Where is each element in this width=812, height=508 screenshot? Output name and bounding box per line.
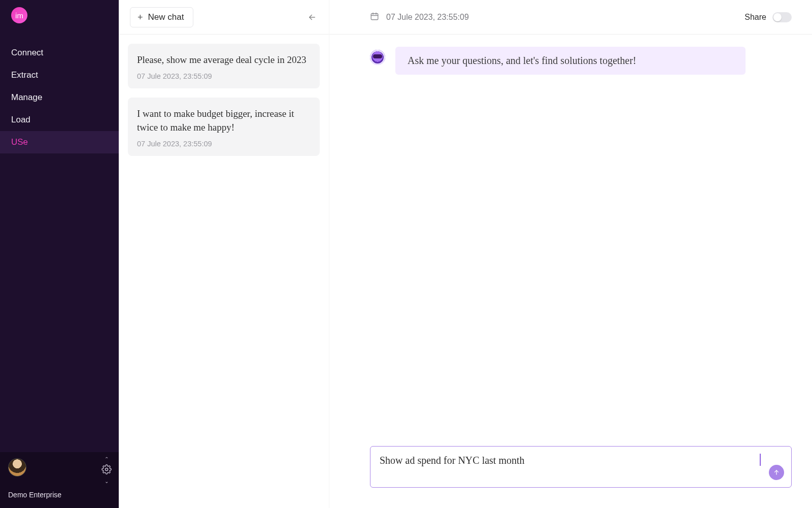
message-composer[interactable]: Show ad spend for NYC last month bbox=[370, 446, 792, 488]
chat-item-title: I want to make budget bigger, increase i… bbox=[137, 107, 311, 135]
chat-item-title: Please, show me average deal cycle in 20… bbox=[137, 53, 311, 67]
chat-list-item[interactable]: I want to make budget bigger, increase i… bbox=[128, 98, 320, 156]
chat-list-panel: + New chat Please, show me average deal … bbox=[119, 0, 329, 508]
sidebar-item-extract[interactable]: Extract bbox=[0, 64, 119, 86]
chat-item-timestamp: 07 Jule 2023, 23:55:09 bbox=[137, 140, 311, 148]
share-toggle[interactable] bbox=[772, 12, 792, 22]
sidebar-item-label: USe bbox=[11, 137, 28, 147]
footer-controls: ⌃ ⌄ bbox=[101, 457, 112, 484]
toggle-knob bbox=[773, 13, 782, 21]
user-avatar[interactable] bbox=[8, 458, 26, 477]
chat-items: Please, show me average deal cycle in 20… bbox=[119, 35, 329, 165]
sidebar-item-load[interactable]: Load bbox=[0, 109, 119, 131]
workspace-name: Demo Enterprise bbox=[8, 491, 61, 499]
chevron-up-icon[interactable]: ⌃ bbox=[105, 457, 109, 461]
bot-avatar-icon bbox=[370, 50, 385, 65]
settings-icon[interactable] bbox=[101, 464, 112, 477]
header-timestamp: 07 Jule 2023, 23:55:09 bbox=[386, 13, 469, 22]
bot-message-bubble: Ask me your questions, and let's find so… bbox=[395, 47, 746, 75]
share-label: Share bbox=[745, 13, 766, 22]
new-chat-button[interactable]: + New chat bbox=[130, 7, 193, 27]
svg-point-0 bbox=[106, 468, 108, 471]
calendar-icon bbox=[370, 12, 379, 23]
composer-input[interactable]: Show ad spend for NYC last month bbox=[380, 455, 755, 466]
header-right: Share bbox=[745, 12, 792, 22]
sidebar-spacer bbox=[0, 153, 119, 452]
app-logo[interactable]: im bbox=[11, 7, 27, 23]
sidebar-item-label: Connect bbox=[11, 48, 43, 57]
logo-text: im bbox=[15, 11, 23, 20]
chevron-down-icon[interactable]: ⌄ bbox=[105, 480, 109, 484]
conversation-header: 07 Jule 2023, 23:55:09 Share bbox=[329, 0, 812, 35]
sidebar-footer: Demo Enterprise ⌃ ⌄ bbox=[0, 452, 119, 508]
composer-area: Show ad spend for NYC last month bbox=[329, 446, 812, 508]
sidebar-item-manage[interactable]: Manage bbox=[0, 86, 119, 109]
header-left: 07 Jule 2023, 23:55:09 bbox=[370, 12, 469, 23]
chat-item-timestamp: 07 Jule 2023, 23:55:09 bbox=[137, 72, 311, 80]
collapse-panel-button[interactable] bbox=[307, 12, 318, 23]
bot-message-text: Ask me your questions, and let's find so… bbox=[408, 55, 636, 66]
conversation-body: Ask me your questions, and let's find so… bbox=[329, 35, 812, 446]
svg-rect-1 bbox=[371, 13, 378, 19]
sidebar-item-label: Extract bbox=[11, 70, 38, 80]
new-chat-label: New chat bbox=[148, 12, 184, 22]
bot-message-row: Ask me your questions, and let's find so… bbox=[370, 47, 771, 75]
text-caret bbox=[760, 454, 761, 466]
sidebar-item-use[interactable]: USe bbox=[0, 131, 119, 153]
plus-icon: + bbox=[138, 13, 143, 22]
sidebar: im Connect Extract Manage Load USe Demo … bbox=[0, 0, 119, 508]
conversation-panel: 07 Jule 2023, 23:55:09 Share Ask me your… bbox=[329, 0, 812, 508]
chat-list-header: + New chat bbox=[119, 0, 329, 35]
sidebar-nav: Connect Extract Manage Load USe bbox=[0, 28, 119, 153]
logo-container: im bbox=[0, 0, 119, 28]
sidebar-item-label: Load bbox=[11, 115, 30, 124]
chat-list-item[interactable]: Please, show me average deal cycle in 20… bbox=[128, 44, 320, 88]
sidebar-item-connect[interactable]: Connect bbox=[0, 42, 119, 64]
sidebar-item-label: Manage bbox=[11, 92, 42, 102]
send-button[interactable] bbox=[769, 465, 784, 480]
